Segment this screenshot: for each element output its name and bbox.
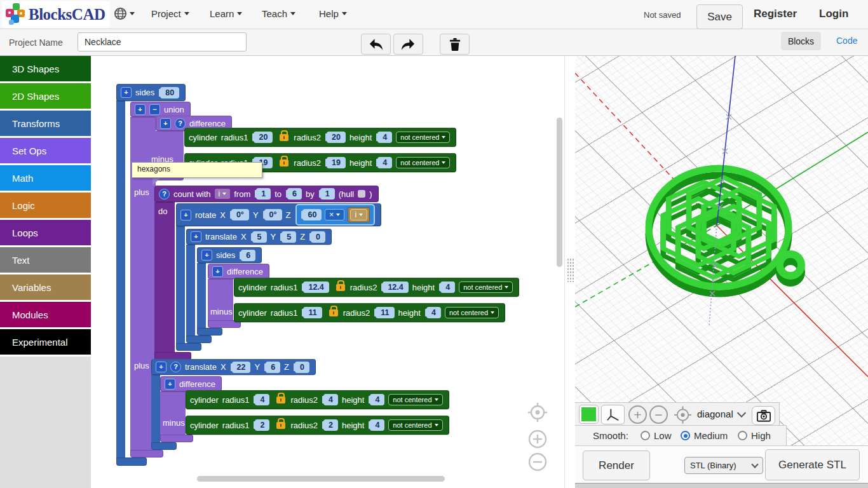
help-icon[interactable]: ? [159,189,170,200]
lock-icon[interactable] [280,134,288,141]
expand-icon[interactable]: + [201,250,212,261]
block-translate-2[interactable]: + ? translate X 22 Y 6 Z 0 [151,359,316,375]
expand-icon[interactable]: + [191,231,201,242]
sidebar-item-modules[interactable]: Modules [0,302,91,327]
undo-button[interactable] [361,34,391,55]
menu-project[interactable]: Project [151,8,189,19]
centered-dropdown[interactable]: not centered [459,281,513,293]
expand-icon[interactable]: + [135,104,146,115]
radius2-value[interactable]: 4 [323,394,338,405]
zoom-out-button[interactable] [528,452,547,471]
sidebar-item-2d-shapes[interactable]: 2D Shapes [0,83,91,109]
translate-y-value[interactable]: 5 [281,231,296,243]
translate-z-value[interactable]: 0 [295,362,309,373]
block-cylinder-5[interactable]: cylinder radius1 4 radius2 4 height 4 no… [186,390,449,409]
menu-teach[interactable]: Teach [262,8,295,19]
hull-checkbox[interactable] [358,190,365,198]
radius1-value[interactable]: 12.4 [303,281,329,293]
lock-icon[interactable] [329,309,338,316]
centered-dropdown[interactable]: not centered [445,307,499,318]
smooth-low-radio[interactable] [641,431,650,440]
lock-icon[interactable] [280,159,288,166]
menu-learn[interactable]: Learn [210,8,242,19]
from-value[interactable]: 1 [256,188,271,200]
block-variable-i[interactable]: i [348,207,370,222]
reset-view-button[interactable] [674,405,692,424]
rotate-y-value[interactable]: 0° [264,209,282,220]
block-cylinder-1[interactable]: cylinder radius1 20 radius2 20 height 4 … [184,128,456,147]
tab-code[interactable]: Code [836,36,857,46]
lock-icon[interactable] [276,422,285,429]
project-name-input[interactable] [78,32,247,51]
expand-icon[interactable]: + [160,118,171,129]
vertical-scrollbar[interactable] [557,118,562,267]
zoom-in-button[interactable] [528,430,547,449]
block-arithmetic[interactable]: 60 × i [295,204,375,226]
expand-icon[interactable]: + [165,379,175,390]
sidebar-item-transforms[interactable]: Transforms [0,111,91,136]
sidebar-item-variables[interactable]: Variables [0,274,91,300]
horizontal-scrollbar[interactable] [197,476,445,482]
sidebar-item-text[interactable]: Text [0,247,91,273]
block-count-with[interactable]: ? count with i from 1 to 6 by 1 (hull ) [154,186,379,202]
centered-dropdown[interactable]: not centered [388,419,442,431]
save-button[interactable]: Save [696,4,743,29]
zoom-reset-button[interactable] [528,403,547,422]
viewport-zoom-out-button[interactable]: − [649,405,668,424]
radius2-value[interactable]: 20 [327,132,346,143]
rotate-x-value[interactable]: 0° [231,209,249,220]
translate-y-value[interactable]: 6 [266,362,280,373]
block-sides-outer[interactable]: + sides 80 [116,84,186,101]
tab-blocks[interactable]: Blocks [781,32,821,50]
stl-format-select[interactable]: STL (Binary) [684,457,763,474]
centered-dropdown[interactable]: not centered [388,394,442,405]
multiply-left-value[interactable]: 60 [302,209,322,220]
lock-icon[interactable] [276,396,285,403]
lock-icon[interactable] [336,284,345,291]
translate-x-value[interactable]: 22 [232,362,251,373]
menu-help[interactable]: Help [319,8,347,19]
height-value[interactable]: 4 [370,394,384,405]
expand-icon[interactable]: + [212,266,223,277]
centered-dropdown[interactable]: not centered [396,157,450,168]
block-translate-1[interactable]: + translate X 5 Y 5 Z 0 [186,229,332,245]
translate-z-value[interactable]: 0 [311,231,325,243]
splitter-grip[interactable] [567,258,574,282]
login-link[interactable]: Login [819,8,848,20]
by-value[interactable]: 1 [320,188,335,200]
translate-x-value[interactable]: 5 [252,231,267,243]
sidebar-item-loops[interactable]: Loops [0,220,91,245]
screenshot-button[interactable] [752,406,775,425]
radius1-value[interactable]: 2 [255,419,269,431]
collapse-icon[interactable]: − [149,104,160,115]
height-value[interactable]: 4 [377,132,392,143]
block-difference-2[interactable]: + difference [160,376,222,391]
expand-icon[interactable]: + [121,87,132,98]
render-viewport[interactable]: + − diagonal Smooth: [575,56,868,488]
sidebar-item-logic[interactable]: Logic [0,193,91,218]
operator-dropdown[interactable]: × [325,209,344,220]
radius2-value[interactable]: 12.4 [383,281,408,293]
sidebar-item-experimental[interactable]: Experimental [0,329,91,355]
block-cylinder-6[interactable]: cylinder radius1 2 radius2 2 height 4 no… [186,416,449,435]
height-value[interactable]: 4 [426,307,441,318]
viewport-zoom-in-button[interactable]: + [628,405,647,424]
model-color-button[interactable] [579,405,599,424]
loop-variable-dropdown[interactable]: i [215,189,231,199]
block-difference-3[interactable]: + difference [208,264,269,279]
register-link[interactable]: Register [754,8,797,20]
variable-dropdown[interactable]: i [350,209,367,220]
block-sides-inner[interactable]: + sides 6 [197,247,262,263]
sidebar-item-3d-shapes[interactable]: 3D Shapes [0,56,91,81]
expand-icon[interactable]: + [156,362,166,372]
centered-dropdown[interactable]: not centered [396,132,450,143]
sides-value[interactable]: 80 [160,87,179,98]
help-icon[interactable]: ? [170,362,181,372]
logo[interactable]: BlocksCAD [2,1,110,28]
to-value[interactable]: 6 [287,188,302,200]
toggle-axes-button[interactable] [601,405,625,424]
expand-icon[interactable]: + [180,210,191,220]
language-menu[interactable] [114,7,135,20]
radius1-value[interactable]: 20 [254,132,273,143]
radius1-value[interactable]: 4 [255,394,269,405]
